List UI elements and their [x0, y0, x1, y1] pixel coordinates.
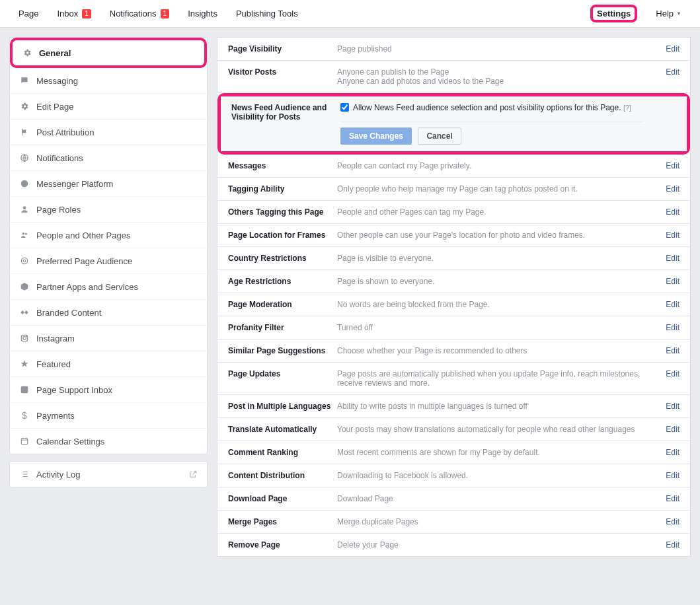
row-value: Choose whether your Page is recommended …: [337, 346, 653, 355]
dollar-icon: $: [19, 410, 30, 421]
news-feed-checkbox[interactable]: [340, 103, 349, 112]
edit-link[interactable]: Edit: [666, 402, 680, 411]
svg-rect-10: [21, 386, 28, 394]
edit-link[interactable]: Edit: [666, 517, 680, 526]
svg-point-8: [23, 337, 26, 340]
edit-link[interactable]: Edit: [666, 494, 680, 503]
sidebar-item-page-roles[interactable]: Page Roles: [10, 197, 207, 223]
row-title: Content Distribution: [228, 471, 337, 480]
row-news-feed-highlight: News Feed Audience and Visibility for Po…: [217, 93, 690, 155]
edit-link[interactable]: Edit: [666, 425, 680, 434]
row-multiple-languages: Post in Multiple Languages Ability to wr…: [217, 395, 690, 418]
row-title: Visitor Posts: [228, 67, 337, 77]
row-profanity-filter: Profanity Filter Turned off Edit: [217, 316, 690, 339]
row-value: Delete your Page: [337, 540, 653, 550]
chevron-down-icon: ▼: [676, 11, 681, 17]
nav-help[interactable]: Help ▼: [646, 1, 691, 26]
row-value: Anyone can publish to the Page Anyone ca…: [337, 67, 653, 86]
sidebar-item-label: Preferred Page Audience: [36, 256, 198, 266]
edit-link[interactable]: Edit: [666, 254, 680, 263]
sidebar-item-people-other-pages[interactable]: People and Other Pages: [10, 223, 207, 248]
row-title: Profanity Filter: [228, 323, 337, 332]
sidebar-item-partner-apps[interactable]: Partner Apps and Services: [10, 274, 207, 300]
row-value: Page posts are automatically published w…: [337, 369, 653, 388]
help-link[interactable]: [?]: [623, 104, 631, 112]
svg-point-2: [23, 206, 26, 209]
row-title: Others Tagging this Page: [228, 207, 337, 217]
sidebar-item-label: Activity Log: [36, 470, 188, 480]
notifications-badge: 1: [161, 9, 170, 18]
row-location-frames: Page Location for Frames Other people ca…: [217, 224, 690, 247]
sidebar-item-post-attribution[interactable]: Post Attribution: [10, 120, 207, 145]
globe-icon: [19, 153, 30, 163]
calendar-icon: [19, 436, 30, 446]
sidebar-item-calendar-settings[interactable]: Calendar Settings: [10, 429, 207, 454]
nav-settings[interactable]: Settings: [581, 0, 646, 30]
people-icon: [19, 230, 30, 240]
edit-link[interactable]: Edit: [666, 323, 680, 332]
row-value: Turned off: [337, 323, 653, 332]
nav-insights[interactable]: Insights: [178, 1, 227, 26]
row-title: News Feed Audience and Visibility for Po…: [231, 103, 340, 122]
edit-link[interactable]: Edit: [666, 471, 680, 480]
cube-icon: [19, 281, 30, 292]
edit-link[interactable]: Edit: [666, 67, 680, 77]
edit-link[interactable]: Edit: [666, 448, 680, 457]
edit-link[interactable]: Edit: [666, 184, 680, 194]
row-value: Ability to write posts in multiple langu…: [337, 402, 653, 411]
save-changes-button[interactable]: Save Changes: [340, 127, 412, 145]
sidebar-item-messaging[interactable]: Messaging: [10, 68, 207, 94]
sidebar-item-messenger-platform[interactable]: Messenger Platform: [10, 171, 207, 197]
row-title: Page Visibility: [228, 44, 337, 53]
sidebar-item-notifications[interactable]: Notifications: [10, 145, 207, 171]
nav-inbox-label: Inbox: [57, 9, 78, 18]
sidebar-item-preferred-audience[interactable]: Preferred Page Audience: [10, 248, 207, 274]
nav-notifications-label: Notifications: [110, 9, 157, 18]
cancel-button[interactable]: Cancel: [418, 127, 461, 145]
edit-link[interactable]: Edit: [666, 161, 680, 170]
nav-notifications[interactable]: Notifications 1: [100, 1, 178, 26]
sidebar-item-label: Post Attribution: [36, 127, 198, 137]
sidebar-item-activity-log[interactable]: Activity Log: [10, 462, 207, 487]
edit-link[interactable]: Edit: [666, 277, 680, 286]
row-title: Tagging Ability: [228, 184, 337, 194]
news-feed-checkbox-label: Allow News Feed audience selection and p…: [353, 103, 621, 112]
sidebar-item-page-support-inbox[interactable]: Page Support Inbox: [10, 377, 207, 403]
list-icon: [19, 469, 30, 480]
sidebar-item-label: Branded Content: [36, 308, 198, 318]
flag-icon: [19, 127, 30, 137]
edit-link[interactable]: Edit: [666, 540, 680, 550]
chat-icon: [19, 75, 30, 86]
nav-page[interactable]: Page: [9, 1, 48, 26]
svg-point-6: [23, 260, 26, 262]
row-title: Country Restrictions: [228, 254, 337, 263]
edit-link[interactable]: Edit: [666, 44, 680, 53]
handshake-icon: [19, 307, 30, 318]
sidebar-item-featured[interactable]: Featured: [10, 351, 207, 377]
row-tagging-ability: Tagging Ability Only people who help man…: [217, 178, 690, 201]
instagram-icon: [19, 333, 30, 343]
edit-link[interactable]: Edit: [666, 231, 680, 240]
nav-settings-label: Settings: [590, 5, 637, 22]
row-value: Downloading to Facebook is allowed.: [337, 471, 653, 480]
edit-link[interactable]: Edit: [666, 369, 680, 378]
sidebar-item-edit-page[interactable]: Edit Page: [10, 94, 207, 120]
sidebar-item-label: Featured: [36, 359, 198, 369]
row-visitor-posts: Visitor Posts Anyone can publish to the …: [217, 61, 690, 93]
sidebar-item-instagram[interactable]: Instagram: [10, 326, 207, 351]
row-title: Comment Ranking: [228, 448, 337, 457]
row-value: Only people who help manage my Page can …: [337, 184, 653, 194]
sidebar-item-branded-content[interactable]: Branded Content: [10, 300, 207, 326]
sidebar-item-general[interactable]: General: [13, 40, 204, 65]
edit-link[interactable]: Edit: [666, 207, 680, 217]
edit-link[interactable]: Edit: [666, 346, 680, 355]
row-title: Messages: [228, 161, 337, 170]
row-title: Page Location for Frames: [228, 231, 337, 240]
nav-inbox[interactable]: Inbox 1: [48, 1, 100, 26]
sidebar-item-label: Page Roles: [36, 205, 198, 215]
target-icon: [19, 256, 30, 266]
row-page-visibility: Page Visibility Page published Edit: [217, 38, 690, 61]
nav-publishing-tools[interactable]: Publishing Tools: [227, 1, 307, 26]
edit-link[interactable]: Edit: [666, 300, 680, 309]
sidebar-item-payments[interactable]: $ Payments: [10, 403, 207, 429]
